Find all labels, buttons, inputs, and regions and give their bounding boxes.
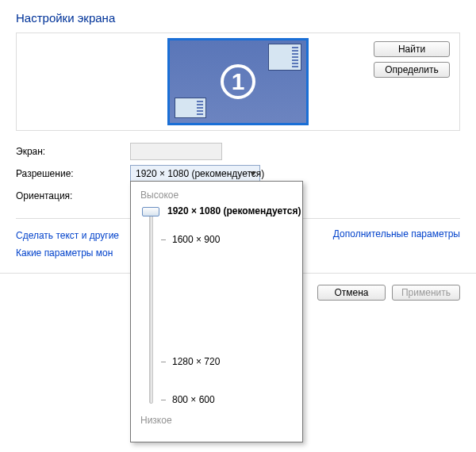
monitor-preview-area: 1 Найти Определить [16,33,460,131]
tick-mark-icon [161,400,166,400]
resolution-dropdown-popup: Высокое 1920 × 1080 (рекомендуется)1600 … [130,181,303,442]
resolution-option[interactable]: 800 × 600 [161,394,293,405]
tick-mark-icon [161,362,166,362]
resolution-option[interactable]: 1600 × 900 [161,234,293,245]
window-thumbnail-icon [175,98,206,118]
screen-label: Экран: [16,146,130,157]
cancel-button[interactable]: Отмена [317,285,386,301]
tick-mark-icon [161,239,166,240]
additional-params-link[interactable]: Дополнительные параметры [333,225,460,243]
slider-track [149,212,153,404]
page-title: Настройки экрана [0,0,476,33]
monitor-preview[interactable]: 1 [167,38,309,125]
screen-select[interactable] [130,143,222,160]
apply-button[interactable]: Применить [392,285,460,301]
resolution-option-label: 800 × 600 [172,394,215,405]
find-button[interactable]: Найти [374,41,450,57]
orientation-label: Ориентация: [16,190,130,201]
chevron-down-icon [250,172,256,176]
resolution-label: Разрешение: [16,168,130,179]
scale-high-label: Высокое [140,190,294,201]
resolution-option-label: 1600 × 900 [172,234,220,245]
resolution-option[interactable]: 1920 × 1080 (рекомендуется) [161,205,293,216]
resolution-option-label: 1920 × 1080 (рекомендуется) [167,205,301,216]
slider-thumb[interactable] [142,207,159,216]
scale-low-label: Низкое [140,415,294,426]
monitor-number-badge: 1 [221,64,255,99]
window-thumbnail-icon [268,44,301,71]
resolution-select[interactable]: 1920 × 1080 (рекомендуется) [130,165,260,182]
resolution-option[interactable]: 1280 × 720 [161,356,293,367]
resolution-option-label: 1280 × 720 [172,356,220,367]
text-size-link[interactable]: Сделать текст и другие [16,230,119,241]
which-params-link[interactable]: Какие параметры мон [16,247,113,259]
identify-button[interactable]: Определить [374,62,450,78]
resolution-slider[interactable]: 1920 × 1080 (рекомендуется)1600 × 900128… [142,205,294,413]
